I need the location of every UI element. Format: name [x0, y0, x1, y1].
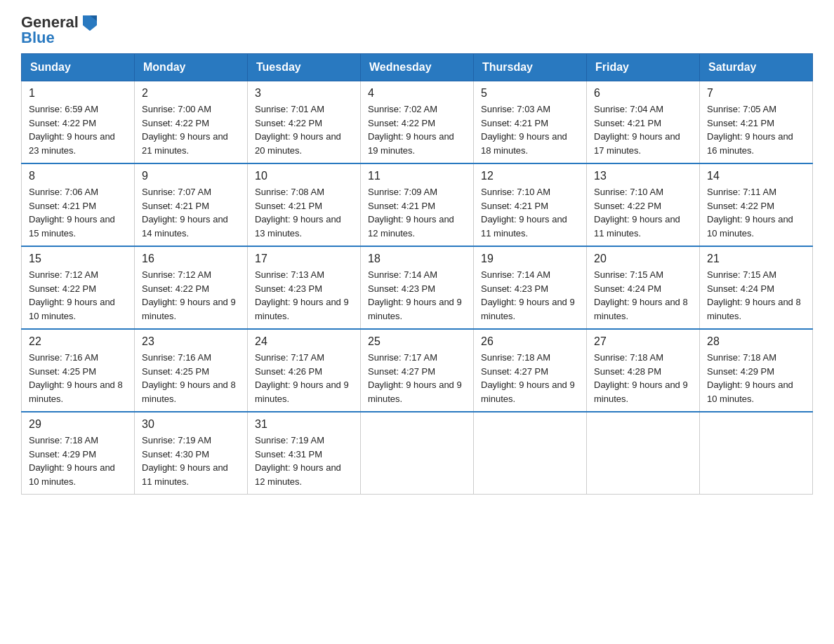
daylight-text: Daylight: 9 hours and 23 minutes. [29, 130, 127, 157]
day-number: 10 [255, 170, 353, 182]
calendar-cell: 31Sunrise: 7:19 AMSunset: 4:31 PMDayligh… [248, 412, 361, 495]
calendar-cell: 10Sunrise: 7:08 AMSunset: 4:21 PMDayligh… [248, 163, 361, 246]
logo-icon [80, 11, 100, 31]
day-header-sunday: Sunday [22, 54, 135, 81]
sunrise-text: Sunrise: 7:18 AM [594, 351, 692, 365]
calendar-cell: 24Sunrise: 7:17 AMSunset: 4:26 PMDayligh… [248, 329, 361, 412]
day-info: Sunrise: 7:12 AMSunset: 4:22 PMDaylight:… [29, 268, 127, 323]
sunset-text: Sunset: 4:22 PM [707, 199, 805, 213]
sunset-text: Sunset: 4:23 PM [255, 282, 353, 296]
day-number: 28 [707, 335, 805, 348]
calendar-cell: 16Sunrise: 7:12 AMSunset: 4:22 PMDayligh… [135, 246, 248, 329]
day-number: 12 [481, 170, 579, 182]
day-info: Sunrise: 7:19 AMSunset: 4:30 PMDaylight:… [142, 434, 240, 488]
sunset-text: Sunset: 4:22 PM [142, 116, 240, 130]
day-info: Sunrise: 7:18 AMSunset: 4:27 PMDaylight:… [481, 351, 579, 405]
calendar-cell: 5Sunrise: 7:03 AMSunset: 4:21 PMDaylight… [474, 81, 587, 164]
sunrise-text: Sunrise: 7:13 AM [255, 268, 353, 282]
daylight-text: Daylight: 9 hours and 9 minutes. [368, 295, 466, 323]
calendar-cell: 22Sunrise: 7:16 AMSunset: 4:25 PMDayligh… [22, 329, 135, 412]
calendar-cell [700, 412, 813, 495]
day-number: 7 [707, 87, 805, 100]
sunrise-text: Sunrise: 6:59 AM [29, 102, 127, 116]
calendar-cell: 3Sunrise: 7:01 AMSunset: 4:22 PMDaylight… [248, 81, 361, 164]
sunset-text: Sunset: 4:21 PM [594, 116, 692, 130]
sunset-text: Sunset: 4:22 PM [29, 282, 127, 296]
day-info: Sunrise: 7:05 AMSunset: 4:21 PMDaylight:… [707, 102, 805, 157]
calendar-cell: 4Sunrise: 7:02 AMSunset: 4:22 PMDaylight… [361, 81, 474, 164]
daylight-text: Daylight: 9 hours and 9 minutes. [481, 295, 579, 323]
sunrise-text: Sunrise: 7:12 AM [142, 268, 240, 282]
day-info: Sunrise: 7:00 AMSunset: 4:22 PMDaylight:… [142, 102, 240, 157]
day-number: 6 [594, 87, 692, 100]
sunset-text: Sunset: 4:21 PM [255, 199, 353, 213]
sunset-text: Sunset: 4:22 PM [142, 282, 240, 296]
sunrise-text: Sunrise: 7:17 AM [368, 351, 466, 365]
day-info: Sunrise: 7:15 AMSunset: 4:24 PMDaylight:… [707, 268, 805, 323]
day-info: Sunrise: 6:59 AMSunset: 4:22 PMDaylight:… [29, 102, 127, 157]
daylight-text: Daylight: 9 hours and 12 minutes. [368, 213, 466, 240]
sunrise-text: Sunrise: 7:15 AM [594, 268, 692, 282]
daylight-text: Daylight: 9 hours and 8 minutes. [29, 378, 127, 405]
calendar-header-row: SundayMondayTuesdayWednesdayThursdayFrid… [22, 54, 813, 81]
calendar-cell: 18Sunrise: 7:14 AMSunset: 4:23 PMDayligh… [361, 246, 474, 329]
calendar-cell: 21Sunrise: 7:15 AMSunset: 4:24 PMDayligh… [700, 246, 813, 329]
sunrise-text: Sunrise: 7:16 AM [29, 351, 127, 365]
sunrise-text: Sunrise: 7:14 AM [481, 268, 579, 282]
calendar-cell: 26Sunrise: 7:18 AMSunset: 4:27 PMDayligh… [474, 329, 587, 412]
day-info: Sunrise: 7:12 AMSunset: 4:22 PMDaylight:… [142, 268, 240, 323]
sunrise-text: Sunrise: 7:10 AM [481, 185, 579, 199]
sunrise-text: Sunrise: 7:07 AM [142, 185, 240, 199]
sunrise-text: Sunrise: 7:03 AM [481, 102, 579, 116]
day-number: 18 [368, 253, 466, 265]
calendar-cell [361, 412, 474, 495]
sunrise-text: Sunrise: 7:08 AM [255, 185, 353, 199]
day-number: 25 [368, 335, 466, 348]
day-info: Sunrise: 7:02 AMSunset: 4:22 PMDaylight:… [368, 102, 466, 157]
sunrise-text: Sunrise: 7:09 AM [368, 185, 466, 199]
day-info: Sunrise: 7:15 AMSunset: 4:24 PMDaylight:… [594, 268, 692, 323]
daylight-text: Daylight: 9 hours and 16 minutes. [707, 130, 805, 157]
sunrise-text: Sunrise: 7:10 AM [594, 185, 692, 199]
sunrise-text: Sunrise: 7:05 AM [707, 102, 805, 116]
sunset-text: Sunset: 4:22 PM [368, 116, 466, 130]
day-info: Sunrise: 7:18 AMSunset: 4:29 PMDaylight:… [29, 434, 127, 488]
day-header-friday: Friday [587, 54, 700, 81]
day-number: 16 [142, 253, 240, 265]
sunrise-text: Sunrise: 7:14 AM [368, 268, 466, 282]
sunset-text: Sunset: 4:24 PM [707, 282, 805, 296]
day-info: Sunrise: 7:10 AMSunset: 4:22 PMDaylight:… [594, 185, 692, 240]
calendar-cell: 9Sunrise: 7:07 AMSunset: 4:21 PMDaylight… [135, 163, 248, 246]
sunrise-text: Sunrise: 7:01 AM [255, 102, 353, 116]
calendar-cell: 25Sunrise: 7:17 AMSunset: 4:27 PMDayligh… [361, 329, 474, 412]
day-number: 4 [368, 87, 466, 100]
daylight-text: Daylight: 9 hours and 8 minutes. [594, 295, 692, 323]
calendar-table: SundayMondayTuesdayWednesdayThursdayFrid… [21, 53, 813, 495]
sunrise-text: Sunrise: 7:16 AM [142, 351, 240, 365]
daylight-text: Daylight: 9 hours and 11 minutes. [594, 213, 692, 240]
day-number: 30 [142, 418, 240, 431]
sunrise-text: Sunrise: 7:15 AM [707, 268, 805, 282]
day-number: 11 [368, 170, 466, 182]
sunset-text: Sunset: 4:24 PM [594, 282, 692, 296]
page-header: General Blue [21, 14, 813, 46]
day-info: Sunrise: 7:03 AMSunset: 4:21 PMDaylight:… [481, 102, 579, 157]
day-number: 17 [255, 253, 353, 265]
day-number: 19 [481, 253, 579, 265]
day-number: 8 [29, 170, 127, 182]
day-info: Sunrise: 7:14 AMSunset: 4:23 PMDaylight:… [368, 268, 466, 323]
day-info: Sunrise: 7:01 AMSunset: 4:22 PMDaylight:… [255, 102, 353, 157]
sunset-text: Sunset: 4:29 PM [707, 365, 805, 379]
day-info: Sunrise: 7:04 AMSunset: 4:21 PMDaylight:… [594, 102, 692, 157]
daylight-text: Daylight: 9 hours and 19 minutes. [368, 130, 466, 157]
day-info: Sunrise: 7:16 AMSunset: 4:25 PMDaylight:… [29, 351, 127, 405]
sunrise-text: Sunrise: 7:19 AM [255, 434, 353, 448]
sunset-text: Sunset: 4:21 PM [142, 199, 240, 213]
calendar-cell: 19Sunrise: 7:14 AMSunset: 4:23 PMDayligh… [474, 246, 587, 329]
day-number: 13 [594, 170, 692, 182]
day-number: 14 [707, 170, 805, 182]
calendar-cell: 11Sunrise: 7:09 AMSunset: 4:21 PMDayligh… [361, 163, 474, 246]
calendar-cell: 29Sunrise: 7:18 AMSunset: 4:29 PMDayligh… [22, 412, 135, 495]
day-info: Sunrise: 7:07 AMSunset: 4:21 PMDaylight:… [142, 185, 240, 240]
calendar-cell: 2Sunrise: 7:00 AMSunset: 4:22 PMDaylight… [135, 81, 248, 164]
